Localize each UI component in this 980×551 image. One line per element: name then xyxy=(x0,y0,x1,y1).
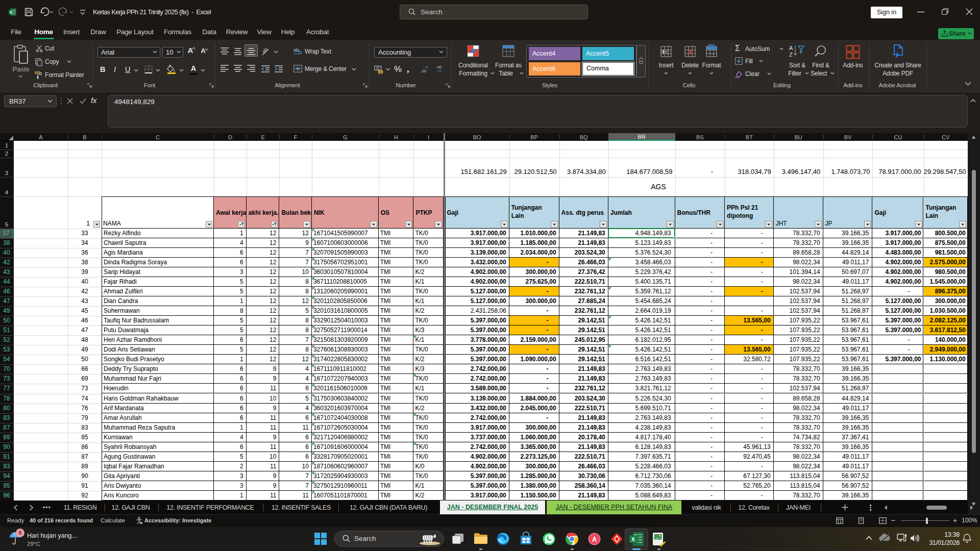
svg-text:→0: →0 xyxy=(435,69,442,73)
svg-text:A: A xyxy=(789,45,793,51)
svg-text:Z: Z xyxy=(789,52,793,58)
svg-text:X: X xyxy=(10,10,13,15)
svg-text:ab: ab xyxy=(293,47,299,53)
svg-text:.00: .00 xyxy=(421,69,427,73)
svg-text:ab: ab xyxy=(261,46,269,55)
svg-text:X: X xyxy=(631,536,635,542)
